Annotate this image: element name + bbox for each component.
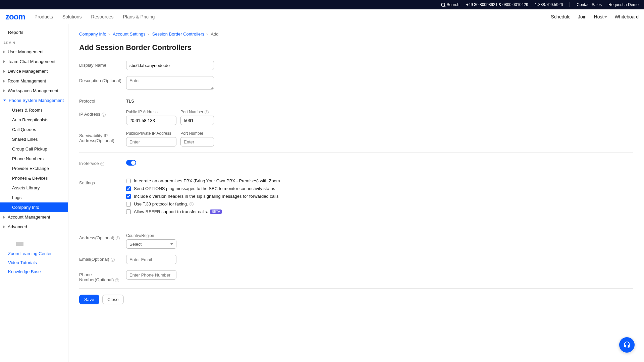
chevron-down-icon — [3, 100, 6, 101]
description-label: Description (Optional) — [79, 76, 126, 83]
sidebar-team-chat-mgmt[interactable]: Team Chat Management — [0, 57, 68, 66]
search-icon — [441, 3, 445, 7]
chevron-right-icon — [3, 226, 5, 228]
nav-schedule[interactable]: Schedule — [551, 14, 571, 19]
sidebar-auto-receptionists[interactable]: Auto Receptionists — [0, 115, 68, 125]
logo[interactable]: zoom — [5, 12, 25, 21]
chevron-right-icon — [3, 216, 5, 219]
checkbox-options-label: Send OPTIONS ping messages to the SBC to… — [134, 186, 275, 191]
sidebar-call-queues[interactable]: Call Queues — [0, 125, 68, 134]
sidebar-workspaces-mgmt[interactable]: Workspaces Management — [0, 86, 68, 96]
sidebar-company-info[interactable]: Company Info — [0, 202, 68, 212]
save-button[interactable]: Save — [79, 295, 99, 304]
chevron-right-icon — [3, 80, 5, 82]
settings-label: Settings — [79, 178, 126, 185]
breadcrumb-sbc[interactable]: Session Border Controllers — [152, 32, 204, 37]
sidebar: Reports ADMIN User Management Team Chat … — [0, 24, 68, 362]
sidebar-reports[interactable]: Reports — [0, 27, 68, 37]
contact-sales-link[interactable]: Contact Sales — [577, 2, 602, 7]
page-title: Add Session Border Controllers — [79, 43, 633, 52]
checkbox-t38[interactable] — [126, 202, 131, 206]
display-name-input[interactable] — [126, 61, 214, 70]
sidebar-provider-exchange[interactable]: Provider Exchange — [0, 164, 68, 173]
beta-badge: BETA — [210, 209, 222, 214]
main-content: Company Info› Account Settings› Session … — [68, 24, 644, 362]
link-knowledge-base[interactable]: Knowledge Base — [8, 267, 60, 276]
surv-port-input[interactable] — [180, 137, 214, 146]
request-demo-link[interactable]: Request a Demo — [608, 2, 639, 7]
chevron-right-icon — [3, 89, 5, 92]
nav-solutions[interactable]: Solutions — [62, 14, 82, 19]
checkbox-options-ping[interactable] — [126, 186, 131, 191]
divider — [79, 227, 633, 227]
checkbox-integrate-pbx[interactable] — [126, 179, 131, 183]
breadcrumb-add: Add — [211, 32, 218, 37]
phone-input[interactable] — [126, 270, 176, 280]
sidebar-assets-library[interactable]: Assets Library — [0, 183, 68, 193]
public-ip-label: Public IP Address — [126, 110, 176, 114]
sidebar-users-rooms[interactable]: Users & Rooms — [0, 105, 68, 115]
in-service-label: In-Service? — [79, 159, 126, 166]
close-button[interactable]: Close — [102, 295, 123, 304]
help-icon[interactable]: ? — [115, 278, 119, 282]
checkbox-integrate-label: Integrate an on-premises PBX (Bring Your… — [134, 178, 280, 183]
sidebar-phone-numbers[interactable]: Phone Numbers — [0, 154, 68, 164]
sidebar-user-mgmt[interactable]: User Management — [0, 47, 68, 57]
nav-plans[interactable]: Plans & Pricing — [123, 14, 155, 19]
surv-public-ip-input[interactable] — [126, 137, 176, 146]
help-icon[interactable]: ? — [100, 162, 104, 166]
surv-ip-label: Survivability IP Address(Optional) — [79, 131, 126, 143]
sidebar-device-mgmt[interactable]: Device Management — [0, 66, 68, 76]
headset-icon — [623, 341, 631, 349]
help-icon[interactable]: ? — [190, 202, 194, 206]
nav-resources[interactable]: Resources — [91, 14, 114, 19]
email-label: Email(Optional)? — [79, 255, 126, 262]
sidebar-phones-devices[interactable]: Phones & Devices — [0, 173, 68, 183]
search-link[interactable]: Search — [441, 2, 460, 7]
checkbox-t38-label: Use T.38 protocol for faxing. — [134, 201, 188, 206]
nav-products[interactable]: Products — [35, 14, 53, 19]
phone-2[interactable]: 1.888.799.5926 — [535, 2, 563, 7]
port-input[interactable] — [180, 116, 214, 125]
public-ip-input[interactable] — [126, 116, 176, 125]
in-service-toggle[interactable] — [126, 160, 136, 166]
phone-1[interactable]: +49 30 80098621 & 0800 0010429 — [466, 2, 528, 7]
sidebar-footer: Zoom Learning Center Video Tutorials Kno… — [0, 232, 68, 283]
help-fab[interactable] — [619, 337, 635, 353]
sidebar-group-call-pickup[interactable]: Group Call Pickup — [0, 144, 68, 154]
divider — [79, 288, 633, 289]
link-learning-center[interactable]: Zoom Learning Center — [8, 249, 60, 258]
description-textarea[interactable] — [126, 76, 214, 89]
checkbox-refer[interactable] — [126, 209, 131, 214]
nav-host[interactable]: Host — [594, 14, 607, 19]
sidebar-advanced[interactable]: Advanced — [0, 222, 68, 232]
surv-port-label: Port Number — [180, 131, 214, 136]
link-video-tutorials[interactable]: Video Tutorials — [8, 258, 60, 267]
nav-whiteboard[interactable]: Whiteboard — [614, 14, 639, 19]
sidebar-logs[interactable]: Logs — [0, 193, 68, 202]
sidebar-phone-sys-mgmt[interactable]: Phone System Management — [0, 96, 68, 105]
protocol-value: TLS — [126, 97, 134, 104]
country-select[interactable]: Select — [126, 239, 176, 249]
divider — [16, 242, 23, 246]
protocol-label: Protocol — [79, 97, 126, 104]
checkbox-refer-label: Allow REFER support to transfer calls. — [134, 209, 208, 214]
divider — [79, 153, 633, 153]
breadcrumb-account-settings[interactable]: Account Settings — [113, 32, 146, 37]
sidebar-shared-lines[interactable]: Shared Lines — [0, 134, 68, 144]
help-icon[interactable]: ? — [102, 113, 106, 117]
help-icon[interactable]: ? — [205, 110, 209, 114]
sidebar-account-mgmt[interactable]: Account Management — [0, 212, 68, 222]
breadcrumb: Company Info› Account Settings› Session … — [79, 32, 633, 37]
checkbox-diversion[interactable] — [126, 194, 131, 199]
divider — [570, 2, 570, 7]
surv-public-ip-label: Public/Private IP Address — [126, 131, 176, 136]
help-icon[interactable]: ? — [111, 258, 115, 262]
checkbox-diversion-label: Include diversion headers in the sip sig… — [134, 194, 278, 199]
breadcrumb-company-info[interactable]: Company Info — [79, 32, 106, 37]
email-input[interactable] — [126, 255, 176, 264]
sidebar-room-mgmt[interactable]: Room Management — [0, 76, 68, 86]
help-icon[interactable]: ? — [116, 236, 120, 240]
sidebar-admin-label: ADMIN — [0, 37, 68, 47]
nav-join[interactable]: Join — [578, 14, 587, 19]
